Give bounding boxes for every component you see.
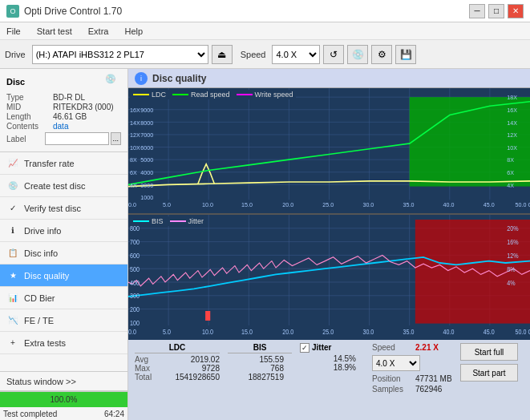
svg-text:0.0: 0.0 xyxy=(128,328,137,336)
refresh-button[interactable]: ↺ xyxy=(323,45,344,64)
menu-start-test[interactable]: Start test xyxy=(34,25,75,38)
svg-text:4X: 4X xyxy=(130,181,137,188)
extra-tests-icon: + xyxy=(6,337,19,349)
ldc-total-val: 1541928650 xyxy=(164,373,220,382)
drive-info-icon: ℹ xyxy=(6,224,19,237)
read-legend-item: Read speed xyxy=(172,91,230,99)
ldc-max-val: 9728 xyxy=(164,364,220,373)
label-browse-button[interactable]: ... xyxy=(111,132,121,145)
chart-top: LDC Read speed Write speed xyxy=(128,88,530,215)
top-legend: LDC Read speed Write speed xyxy=(130,90,296,99)
start-full-button[interactable]: Start full xyxy=(460,343,518,361)
disc-quality-title: Disc quality xyxy=(152,73,206,84)
sidebar-item-extra-tests[interactable]: + Extra tests xyxy=(0,332,127,354)
svg-text:300: 300 xyxy=(130,293,140,301)
disc-header-label: Disc xyxy=(6,77,25,87)
label-input[interactable] xyxy=(45,132,109,145)
sidebar-item-fe-te[interactable]: 📉 FE / TE xyxy=(0,309,127,332)
position-key: Position xyxy=(372,374,412,383)
jitter-avg-val: 14.5% xyxy=(300,354,356,363)
svg-text:30.0: 30.0 xyxy=(362,201,374,208)
drive-select[interactable]: (H:) ATAPI iHBS312 2 PL17 xyxy=(32,45,208,64)
ldc-header: LDC xyxy=(135,343,220,353)
sidebar-item-disc-info[interactable]: 📋 Disc info xyxy=(0,242,127,265)
read-legend-label: Read speed xyxy=(191,91,230,99)
svg-text:14X: 14X xyxy=(507,119,517,126)
jitter-legend-color xyxy=(170,220,186,222)
start-part-button[interactable]: Start part xyxy=(460,364,518,382)
sidebar-item-create-test-disc[interactable]: 💿 Create test disc xyxy=(0,175,127,197)
settings-button[interactable]: ⚙ xyxy=(371,45,392,64)
minimize-button[interactable]: ─ xyxy=(469,4,485,18)
jitter-checkbox[interactable]: ✓ xyxy=(300,343,310,353)
speed-select[interactable]: 4.0 X xyxy=(272,45,320,64)
jitter-max-row: 18.9% xyxy=(300,363,364,372)
sidebar-item-disc-quality[interactable]: ★ Disc quality xyxy=(0,265,127,287)
speed-stat-select[interactable]: 4.0 X xyxy=(372,355,420,371)
svg-text:7000: 7000 xyxy=(140,131,153,139)
svg-text:5.0: 5.0 xyxy=(163,328,172,336)
svg-text:20.0: 20.0 xyxy=(282,201,293,208)
svg-text:8000: 8000 xyxy=(140,119,153,126)
disc-button[interactable]: 💿 xyxy=(347,45,368,64)
status-time: 64:24 xyxy=(104,410,124,418)
sidebar-item-transfer-rate[interactable]: 📈 Transfer rate xyxy=(0,152,127,175)
eject-button[interactable]: ⏏ xyxy=(212,45,233,64)
top-chart-svg: 18X 16X 14X 12X 10X 8X 6X 4X 18X 16X 14X… xyxy=(128,88,530,213)
sidebar-item-verify-test-disc[interactable]: ✓ Verify test disc xyxy=(0,197,127,220)
svg-text:25.0: 25.0 xyxy=(322,328,334,336)
menu-file[interactable]: File xyxy=(3,25,24,38)
svg-text:12X: 12X xyxy=(130,131,140,139)
disc-header: Disc 💿 xyxy=(6,74,121,90)
svg-text:6X: 6X xyxy=(130,169,137,176)
status-text: Test completed xyxy=(3,410,57,418)
fe-te-label: FE / TE xyxy=(24,316,54,325)
title-bar: O Opti Drive Control 1.70 ─ □ ✕ xyxy=(0,0,530,22)
stats-panel: LDC Avg 2019.02 Max 9728 Total 154192865… xyxy=(128,340,530,420)
disc-quality-label: Disc quality xyxy=(24,271,69,281)
status-complete: Test completed 64:24 xyxy=(0,407,127,420)
length-label: Length xyxy=(6,112,53,121)
chart-bottom: BIS Jitter xyxy=(128,215,530,340)
app-title: Opti Drive Control 1.70 xyxy=(24,6,122,17)
transfer-rate-label: Transfer rate xyxy=(24,159,75,168)
avg-label: Avg xyxy=(135,355,160,364)
max-label: Max xyxy=(135,364,160,373)
status-window-button[interactable]: Status window >> xyxy=(0,372,127,391)
svg-text:10X: 10X xyxy=(507,144,517,151)
sidebar-item-drive-info[interactable]: ℹ Drive info xyxy=(0,220,127,242)
sidebar-item-cd-bier[interactable]: 📊 CD Bier xyxy=(0,287,127,309)
menu-bar: File Start test Extra Help xyxy=(0,22,530,40)
disc-quality-icon: ★ xyxy=(6,269,19,282)
svg-text:8X: 8X xyxy=(507,156,514,164)
menu-extra[interactable]: Extra xyxy=(85,25,112,38)
disc-length-row: Length 46.61 GB xyxy=(6,112,121,121)
ldc-legend-label: LDC xyxy=(152,91,166,99)
svg-text:100: 100 xyxy=(130,319,140,327)
cd-bier-icon: 📊 xyxy=(6,292,19,305)
speed-position-info: Speed 2.21 X 4.0 X Position 47731 MB Sam… xyxy=(372,343,452,417)
jitter-avg-row: 14.5% xyxy=(300,354,364,363)
bis-max-row: 768 xyxy=(228,364,292,373)
svg-text:14X: 14X xyxy=(130,119,140,126)
content-area: i Disc quality LDC Read speed xyxy=(128,69,530,420)
svg-text:5.0: 5.0 xyxy=(163,201,171,208)
app-icon: O xyxy=(6,5,19,18)
close-button[interactable]: ✕ xyxy=(508,4,524,18)
label-label: Label xyxy=(6,135,45,143)
title-controls: ─ □ ✕ xyxy=(469,4,524,18)
ldc-avg-row: Avg 2019.02 xyxy=(135,355,220,364)
bis-max-val: 768 xyxy=(228,364,284,373)
svg-text:700: 700 xyxy=(130,239,140,247)
svg-text:4X: 4X xyxy=(507,181,514,188)
svg-text:15.0: 15.0 xyxy=(241,328,253,336)
svg-text:30.0: 30.0 xyxy=(362,328,374,336)
disc-contents-row: Contents data xyxy=(6,122,121,131)
maximize-button[interactable]: □ xyxy=(488,4,504,18)
svg-text:400: 400 xyxy=(130,279,140,287)
jitter-stats: ✓ Jitter 14.5% 18.9% xyxy=(300,343,364,417)
bottom-legend: BIS Jitter xyxy=(130,216,207,226)
svg-text:40.0: 40.0 xyxy=(443,201,455,208)
save-button[interactable]: 💾 xyxy=(395,45,416,64)
menu-help[interactable]: Help xyxy=(121,25,146,38)
